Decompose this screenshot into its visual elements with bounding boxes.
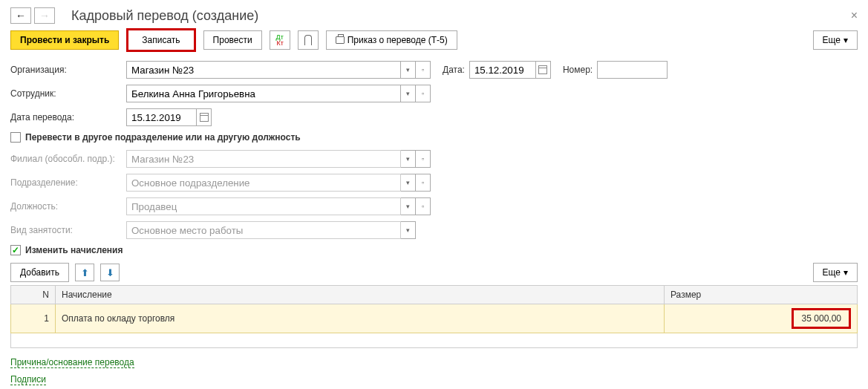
date-input[interactable] bbox=[469, 61, 536, 79]
number-label: Номер: bbox=[563, 65, 593, 75]
more-button[interactable]: Еще ▾ bbox=[813, 30, 858, 50]
print-order-label: Приказ о переводе (Т-5) bbox=[347, 35, 448, 45]
branch-dropdown-button: ▾ bbox=[401, 150, 416, 168]
cell-accrual[interactable]: Оплата по окладу торговля bbox=[56, 304, 665, 333]
division-label: Подразделение: bbox=[10, 177, 122, 188]
date-calendar-button[interactable] bbox=[536, 61, 551, 79]
change-accruals-label: Изменить начисления bbox=[25, 245, 123, 255]
table-footer bbox=[10, 333, 858, 348]
size-value: 35 000,00 bbox=[792, 308, 851, 329]
change-accruals-checkbox[interactable]: ✓ bbox=[10, 245, 21, 255]
org-open-button[interactable]: ▫ bbox=[416, 61, 431, 79]
table-more-button[interactable]: Еще ▾ bbox=[813, 263, 858, 282]
branch-open-button: ▫ bbox=[416, 150, 431, 168]
chevron-down-icon: ▾ bbox=[843, 267, 848, 278]
employment-dropdown-button: ▾ bbox=[401, 221, 416, 239]
print-order-button[interactable]: Приказ о переводе (Т-5) bbox=[326, 30, 457, 50]
nav-forward-button[interactable]: → bbox=[34, 7, 55, 24]
nav-back-button[interactable]: ← bbox=[10, 7, 31, 24]
cell-n[interactable]: 1 bbox=[11, 304, 56, 333]
chevron-down-icon: ▾ bbox=[843, 35, 848, 45]
table-more-label: Еще bbox=[823, 267, 841, 278]
employee-label: Сотрудник: bbox=[10, 88, 122, 99]
position-input bbox=[126, 197, 401, 215]
employee-input[interactable] bbox=[126, 85, 401, 102]
move-up-button[interactable]: ⬆ bbox=[75, 264, 94, 281]
transfer-date-label: Дата перевода: bbox=[10, 112, 122, 122]
col-accrual-header[interactable]: Начисление bbox=[56, 286, 665, 304]
calendar-icon bbox=[200, 113, 209, 122]
division-dropdown-button: ▾ bbox=[401, 174, 416, 192]
org-input[interactable] bbox=[126, 61, 401, 79]
employment-input bbox=[126, 221, 401, 239]
org-label: Организация: bbox=[10, 65, 122, 75]
employee-open-button[interactable]: ▫ bbox=[416, 85, 431, 102]
more-label: Еще bbox=[823, 35, 841, 45]
org-dropdown-button[interactable]: ▾ bbox=[401, 61, 416, 79]
employment-label: Вид занятости: bbox=[10, 225, 122, 235]
printer-icon bbox=[336, 36, 345, 44]
position-label: Должность: bbox=[10, 201, 122, 212]
branch-input bbox=[126, 150, 401, 168]
branch-label: Филиал (обособл. подр.): bbox=[10, 154, 122, 164]
transfer-date-calendar-button[interactable] bbox=[197, 108, 212, 126]
add-button[interactable]: Добавить bbox=[10, 263, 69, 282]
position-dropdown-button: ▾ bbox=[401, 197, 416, 215]
clip-icon bbox=[304, 35, 312, 45]
transfer-checkbox-label: Перевести в другое подразделение или на … bbox=[25, 132, 301, 143]
calendar-icon bbox=[538, 65, 547, 74]
page-title: Кадровый перевод (создание) bbox=[71, 8, 848, 24]
transfer-checkbox[interactable] bbox=[10, 132, 21, 143]
move-down-button[interactable]: ⬇ bbox=[100, 264, 120, 281]
transfer-date-input[interactable] bbox=[126, 108, 197, 126]
division-input bbox=[126, 174, 401, 192]
col-size-header[interactable]: Размер bbox=[665, 286, 858, 304]
close-icon[interactable]: × bbox=[851, 9, 858, 22]
cell-size[interactable]: 35 000,00 bbox=[665, 304, 858, 333]
accruals-table[interactable]: N Начисление Размер 1 Оплата по окладу т… bbox=[10, 285, 858, 333]
employee-dropdown-button[interactable]: ▾ bbox=[401, 85, 416, 102]
check-icon: ✓ bbox=[12, 245, 19, 255]
save-button[interactable]: Записать bbox=[126, 28, 195, 52]
submit-button[interactable]: Провести bbox=[203, 30, 262, 50]
dtkt-button[interactable]: ДтКт bbox=[270, 30, 290, 50]
col-n-header[interactable]: N bbox=[11, 286, 56, 304]
reason-link[interactable]: Причина/основание перевода bbox=[10, 357, 134, 368]
division-open-button: ▫ bbox=[416, 174, 431, 192]
position-open-button: ▫ bbox=[416, 197, 431, 215]
table-row[interactable]: 1 Оплата по окладу торговля 35 000,00 bbox=[11, 304, 858, 333]
number-input[interactable] bbox=[597, 61, 668, 79]
attach-button[interactable] bbox=[298, 30, 319, 50]
submit-close-button[interactable]: Провести и закрыть bbox=[10, 30, 119, 50]
date-label: Дата: bbox=[443, 65, 465, 75]
dtkt-icon: ДтКт bbox=[276, 34, 284, 46]
signatures-link[interactable]: Подписи bbox=[10, 374, 46, 385]
